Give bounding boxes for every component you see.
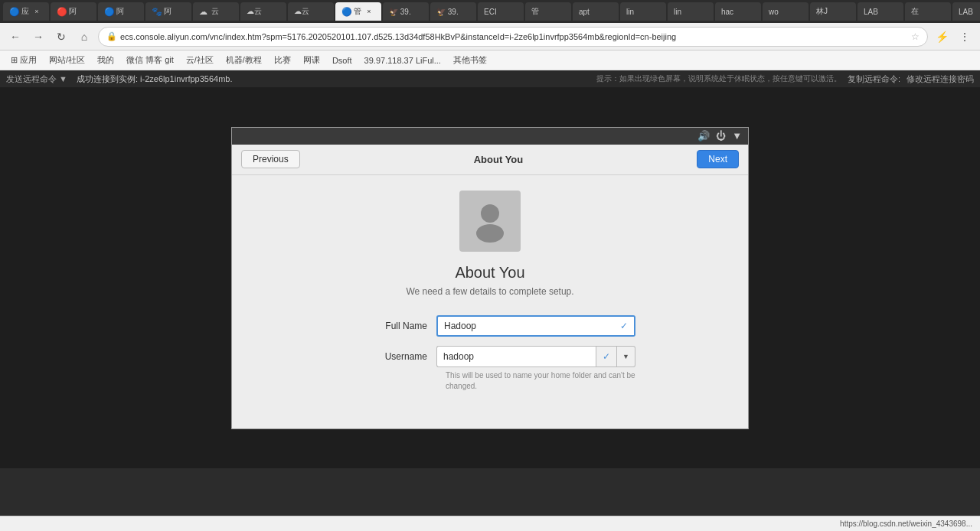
tab-4[interactable]: 🐾 阿 <box>145 2 191 21</box>
next-button[interactable]: Next <box>697 150 739 168</box>
tab-1[interactable]: 🔵 应 × <box>3 2 49 21</box>
tab-6[interactable]: ☁云 <box>240 2 286 21</box>
tab-10[interactable]: 🦅 39. <box>430 2 476 21</box>
tab-label-12: 管 <box>531 6 539 17</box>
bookmark-ip[interactable]: 39.97.118.37 LiFul... <box>360 54 446 67</box>
tab-11[interactable]: ECI <box>478 2 524 21</box>
tab-label-15: lin <box>674 8 681 16</box>
menu-button[interactable]: ⋮ <box>956 28 974 46</box>
back-button[interactable]: ← <box>6 28 24 46</box>
tab-label-8: 管 <box>354 6 361 17</box>
bookmark-dsoft[interactable]: Dsoft <box>328 54 357 67</box>
tab-favicon-2: 🔴 <box>57 7 66 16</box>
tab-favicon-8: 🔵 <box>341 7 351 16</box>
username-input[interactable] <box>436 346 596 367</box>
tab-12[interactable]: 管 <box>525 2 571 21</box>
about-you-dialog: 🔊 ⏻ ▼ Previous About You Next About <box>231 127 749 429</box>
nav-bar: ← → ↻ ⌂ 🔒 ecs.console.aliyun.com/vnc/ind… <box>0 23 980 50</box>
tab-20[interactable]: 在 <box>905 2 951 21</box>
vnc-modify-login[interactable]: 修改远程连接密码 <box>906 73 974 85</box>
vnc-toolbar: 🔊 ⏻ ▼ <box>232 128 748 145</box>
bookmark-cloud[interactable]: 云/社区 <box>181 53 218 67</box>
tab-label-11: ECI <box>484 8 497 16</box>
tab-5[interactable]: ☁ 云 <box>193 2 239 21</box>
community-label: 网站/社区 <box>49 54 85 66</box>
form-container: Full Name ✓ Username ✓ ▼ This <box>329 315 651 398</box>
tab-16[interactable]: hac <box>715 2 761 21</box>
forward-button[interactable]: → <box>29 28 47 46</box>
home-button[interactable]: ⌂ <box>75 28 93 46</box>
vnc-instance-notification: 成功连接到实例: i-2ze6lp1invrfpp3564mb. <box>77 73 233 85</box>
tab-14[interactable]: lin <box>620 2 666 21</box>
dsoft-label: Dsoft <box>332 56 352 65</box>
browser-chrome: 🔵 应 × 🔴 阿 🔵 阿 🐾 阿 ☁ 云 ☁云 ☁云 🔵 管 × <box>0 0 980 70</box>
others-label: 其他书签 <box>453 54 487 66</box>
tab-7[interactable]: ☁云 <box>288 2 334 21</box>
tab-label-3: 阿 <box>116 6 124 17</box>
tab-8-active[interactable]: 🔵 管 × <box>335 2 381 21</box>
svg-point-0 <box>481 204 499 223</box>
full-name-check-icon: ✓ <box>614 315 635 337</box>
bookmark-contest[interactable]: 比赛 <box>270 53 296 67</box>
tab-2[interactable]: 🔴 阿 <box>51 2 96 21</box>
bookmarks-bar: ⊞ 应用 网站/社区 我的 微信 博客 git 云/社区 机器/教程 比赛 网课… <box>0 50 980 70</box>
username-hint: This will be used to name your home fold… <box>446 370 635 392</box>
apps-icon: ⊞ <box>11 55 18 65</box>
ip-label: 39.97.118.37 LiFul... <box>364 56 441 65</box>
address-bar[interactable]: 🔒 ecs.console.aliyun.com/vnc/index.htm?s… <box>98 27 928 47</box>
bookmark-others[interactable]: 其他书签 <box>449 53 492 67</box>
bookmark-mine[interactable]: 我的 <box>93 53 119 67</box>
tab-13[interactable]: apt <box>573 2 619 21</box>
tab-favicon-3: 🔵 <box>104 7 113 16</box>
user-avatar[interactable] <box>459 191 521 252</box>
tab-label-4: 阿 <box>164 6 172 17</box>
tab-label-21: LAB <box>959 8 973 16</box>
star-icon[interactable]: ☆ <box>911 31 920 42</box>
power-icon[interactable]: ⏻ <box>716 130 726 142</box>
tab-label-14: lin <box>626 8 634 16</box>
full-name-input[interactable] <box>436 315 614 337</box>
tab-9[interactable]: 🦅 39. <box>383 2 429 21</box>
bookmark-wechat[interactable]: 微信 博客 git <box>122 53 178 67</box>
tab-close-8[interactable]: × <box>364 7 374 16</box>
full-name-row: Full Name ✓ <box>345 315 635 337</box>
tab-label-7: ☁云 <box>294 6 309 17</box>
svg-point-1 <box>476 224 504 243</box>
tab-favicon-4: 🐾 <box>152 7 161 16</box>
username-input-wrapper: ✓ ▼ <box>436 346 635 367</box>
bookmark-machines[interactable]: 机器/教程 <box>221 53 266 67</box>
tab-21[interactable]: LAB <box>952 2 980 21</box>
status-right: https://blog.csdn.net/weixin_4343698... <box>840 520 972 528</box>
tab-label-13: apt <box>579 8 590 16</box>
process-label: 发送远程命令 ▼ <box>6 73 67 85</box>
settings-icon[interactable]: ▼ <box>732 130 742 142</box>
tab-17[interactable]: wo <box>763 2 808 21</box>
tab-18[interactable]: 林J <box>810 2 856 21</box>
username-dropdown[interactable]: ▼ <box>617 346 635 367</box>
tab-19[interactable]: LAB <box>858 2 903 21</box>
tab-label-9: 🦅 39. <box>389 8 411 16</box>
tab-15[interactable]: lin <box>668 2 714 21</box>
extensions-button[interactable]: ⚡ <box>933 28 951 46</box>
tab-bar: 🔵 应 × 🔴 阿 🔵 阿 🐾 阿 ☁ 云 ☁云 ☁云 🔵 管 × <box>0 0 980 23</box>
refresh-button[interactable]: ↻ <box>52 28 70 46</box>
contest-label: 比赛 <box>274 54 291 66</box>
previous-button[interactable]: Previous <box>241 150 300 168</box>
bookmark-apps[interactable]: ⊞ 应用 <box>6 53 41 67</box>
avatar-icon <box>467 197 513 246</box>
volume-icon[interactable]: 🔊 <box>697 130 710 142</box>
dialog-body: About You We need a few details to compl… <box>232 175 748 428</box>
tab-label-1: 应 <box>21 6 29 17</box>
bookmark-course[interactable]: 网课 <box>299 53 325 67</box>
course-label: 网课 <box>303 54 320 66</box>
vnc-hint: 提示：如果出现绿色屏幕，说明系统处于休眠状态，按任意键可以激活。 <box>596 73 841 84</box>
username-row: Username ✓ ▼ <box>345 346 635 367</box>
dialog-header-title: About You <box>300 154 697 165</box>
tab-label-19: LAB <box>864 8 878 16</box>
bookmark-community[interactable]: 网站/社区 <box>44 53 90 67</box>
tab-close-1[interactable]: × <box>32 7 41 16</box>
tab-label-6: ☁云 <box>247 6 262 17</box>
tab-3[interactable]: 🔵 阿 <box>98 2 144 21</box>
machines-label: 机器/教程 <box>226 54 262 66</box>
vnc-copy-cmd[interactable]: 复制远程命令: <box>848 73 900 85</box>
